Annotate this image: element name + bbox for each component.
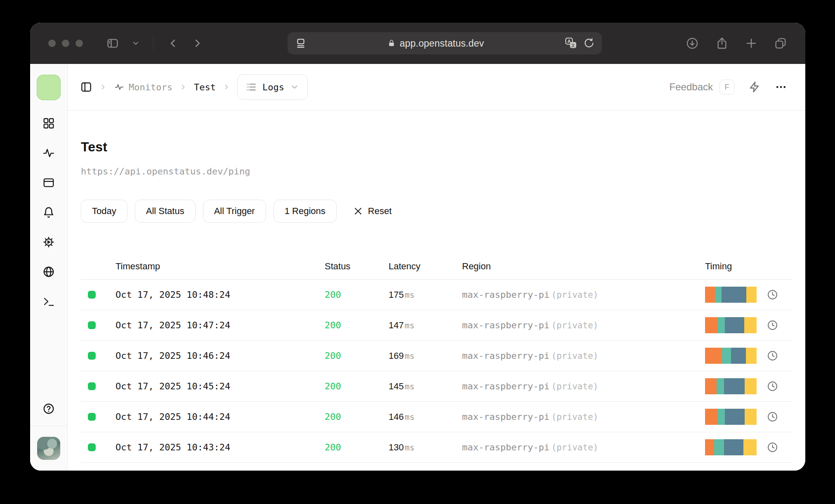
breadcrumb-monitors[interactable]: Monitors [114, 82, 172, 92]
address-bar[interactable]: app.openstatus.dev A文 [288, 32, 602, 54]
log-latency: 147ms [389, 320, 462, 331]
timing-segment [725, 409, 744, 425]
monitors-icon[interactable] [42, 147, 55, 159]
more-options-icon[interactable] [775, 81, 787, 93]
log-timing [705, 378, 792, 394]
breadcrumb-monitor-name[interactable]: Test [194, 82, 216, 92]
logs-view-selector[interactable]: Logs [237, 74, 308, 100]
downloads-icon[interactable] [686, 37, 699, 50]
clock-icon[interactable] [767, 381, 778, 392]
new-tab-icon[interactable] [745, 37, 757, 49]
toolbar-divider [153, 36, 153, 50]
log-status-code: 200 [325, 381, 389, 391]
timing-bar[interactable] [705, 439, 757, 455]
log-timestamp: Oct 17, 2025 10:47:24 [116, 320, 325, 330]
reset-filters-button[interactable]: Reset [353, 206, 392, 217]
zoom-window-button[interactable] [75, 40, 83, 47]
feedback-button[interactable]: Feedback F [670, 80, 734, 94]
status-indicator [88, 443, 96, 451]
user-avatar[interactable] [37, 437, 60, 460]
help-icon[interactable] [42, 403, 55, 415]
log-region: max-raspberry-pi (private) [462, 412, 705, 422]
timing-segment [705, 378, 717, 394]
tab-group-chevron-icon[interactable] [132, 39, 140, 47]
clock-icon[interactable] [767, 289, 778, 300]
panel-toggle-icon[interactable] [80, 81, 92, 93]
minimize-window-button[interactable] [62, 40, 69, 47]
timing-bar[interactable] [705, 348, 757, 364]
timing-bar[interactable] [705, 287, 757, 303]
log-region: max-raspberry-pi (private) [462, 351, 705, 361]
page-menu-icon[interactable] [295, 38, 307, 49]
sidebar-toggle-icon[interactable] [106, 37, 119, 50]
clock-icon[interactable] [767, 442, 778, 453]
log-row[interactable]: Oct 17, 2025 10:45:24200145msmax-raspber… [81, 371, 792, 402]
notifications-icon[interactable] [42, 206, 55, 219]
reset-label: Reset [368, 206, 392, 217]
share-icon[interactable] [715, 37, 729, 50]
forward-icon[interactable] [191, 37, 204, 49]
timing-bar[interactable] [705, 317, 757, 333]
filter-regions-button[interactable]: 1 Regions [274, 200, 337, 223]
log-timestamp: Oct 17, 2025 10:48:24 [116, 290, 325, 300]
timing-segment [705, 348, 722, 364]
timing-segment [724, 439, 743, 455]
timing-segment [714, 439, 724, 455]
status-indicator [88, 291, 96, 299]
timing-segment [715, 287, 722, 303]
tab-overview-icon[interactable] [774, 37, 787, 50]
log-region: max-raspberry-pi (private) [462, 320, 705, 330]
command-menu-icon[interactable] [748, 81, 761, 93]
logs-button-label: Logs [262, 82, 284, 92]
timing-segment [705, 287, 715, 303]
breadcrumb-chevron-icon [222, 83, 231, 91]
clock-icon[interactable] [767, 320, 778, 331]
log-row[interactable]: Oct 17, 2025 10:48:24200175msmax-raspber… [81, 280, 792, 310]
log-latency: 175ms [389, 290, 462, 300]
address-url: app.openstatus.dev [400, 38, 484, 49]
timing-segment [705, 317, 718, 333]
translate-icon[interactable]: A文 [565, 37, 577, 49]
log-timestamp: Oct 17, 2025 10:46:24 [116, 351, 325, 361]
feedback-shortcut-key: F [719, 80, 734, 94]
settings-icon[interactable] [42, 236, 55, 248]
globe-icon[interactable] [42, 266, 55, 278]
log-status-code: 200 [325, 442, 389, 452]
log-row[interactable]: Oct 17, 2025 10:43:24200130msmax-raspber… [81, 432, 792, 463]
timing-segment [717, 378, 724, 394]
table-header-row: Timestamp Status Latency Region Timing [81, 253, 792, 280]
timing-segment [718, 317, 725, 333]
timing-segment [746, 287, 757, 303]
clock-icon[interactable] [767, 411, 778, 422]
logs-table: Timestamp Status Latency Region Timing O… [81, 253, 792, 463]
col-status: Status [325, 261, 389, 272]
close-icon [353, 206, 363, 216]
log-latency: 130ms [389, 442, 462, 453]
status-pages-icon[interactable] [42, 177, 55, 189]
log-timing [705, 287, 792, 303]
timing-segment [705, 439, 714, 455]
reload-icon[interactable] [584, 38, 594, 49]
log-row[interactable]: Oct 17, 2025 10:46:24200169msmax-raspber… [81, 341, 792, 371]
timing-segment [743, 439, 757, 455]
close-window-button[interactable] [48, 40, 56, 47]
log-row[interactable]: Oct 17, 2025 10:44:24200146msmax-raspber… [81, 402, 792, 432]
page-title: Test [81, 139, 792, 155]
timing-segment [744, 317, 757, 333]
log-timing [705, 317, 792, 333]
filter-status-button[interactable]: All Status [135, 200, 196, 223]
back-icon[interactable] [167, 37, 179, 49]
terminal-icon[interactable] [42, 295, 55, 308]
log-status-code: 200 [325, 320, 389, 330]
filter-trigger-button[interactable]: All Trigger [203, 200, 266, 223]
workspace-logo[interactable] [37, 75, 61, 100]
lock-icon [387, 39, 396, 47]
col-timing: Timing [705, 261, 792, 272]
log-row[interactable]: Oct 17, 2025 10:47:24200147msmax-raspber… [81, 310, 792, 341]
clock-icon[interactable] [767, 350, 778, 361]
log-region: max-raspberry-pi (private) [462, 290, 705, 300]
filter-date-button[interactable]: Today [81, 200, 127, 223]
timing-bar[interactable] [705, 409, 757, 425]
timing-bar[interactable] [705, 378, 757, 394]
dashboard-icon[interactable] [42, 117, 55, 130]
